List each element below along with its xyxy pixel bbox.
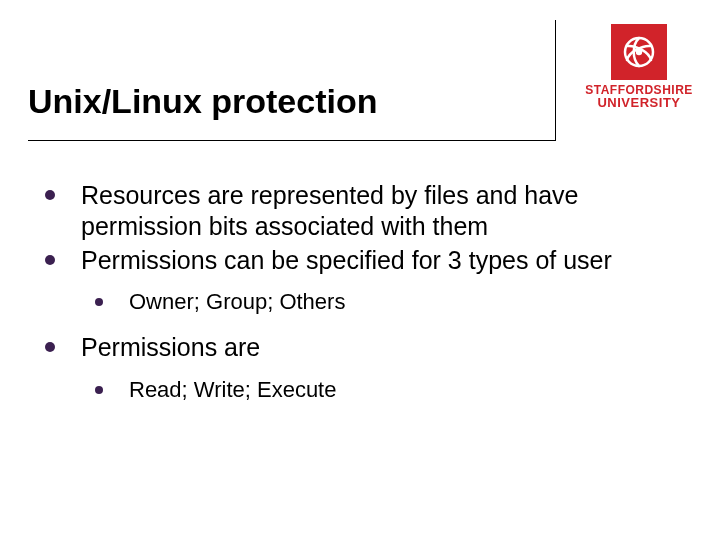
horizontal-divider <box>28 140 556 141</box>
sub-bullet-text: Owner; Group; Others <box>129 289 345 314</box>
bullet-text: Permissions are <box>81 333 260 361</box>
bullet-text: Permissions can be specified for 3 types… <box>81 246 612 274</box>
slide-header: Unix/Linux protection STAFFORDSHIRE UNIV… <box>0 0 720 135</box>
page-title: Unix/Linux protection <box>28 82 377 121</box>
sub-bullet-text: Read; Write; Execute <box>129 377 336 402</box>
list-item: Permissions can be specified for 3 types… <box>45 245 690 317</box>
slide-content: Resources are represented by files and h… <box>45 180 690 420</box>
list-item: Permissions are Read; Write; Execute <box>45 332 690 404</box>
vertical-divider <box>555 20 556 140</box>
logo-icon <box>611 24 667 80</box>
list-item: Owner; Group; Others <box>95 288 690 317</box>
bullet-text: Resources are represented by files and h… <box>81 181 579 240</box>
logo-text: STAFFORDSHIRE UNIVERSITY <box>580 84 698 109</box>
logo-line2: UNIVERSITY <box>580 96 698 109</box>
list-item: Read; Write; Execute <box>95 376 690 405</box>
university-logo: STAFFORDSHIRE UNIVERSITY <box>580 24 698 109</box>
list-item: Resources are represented by files and h… <box>45 180 690 243</box>
